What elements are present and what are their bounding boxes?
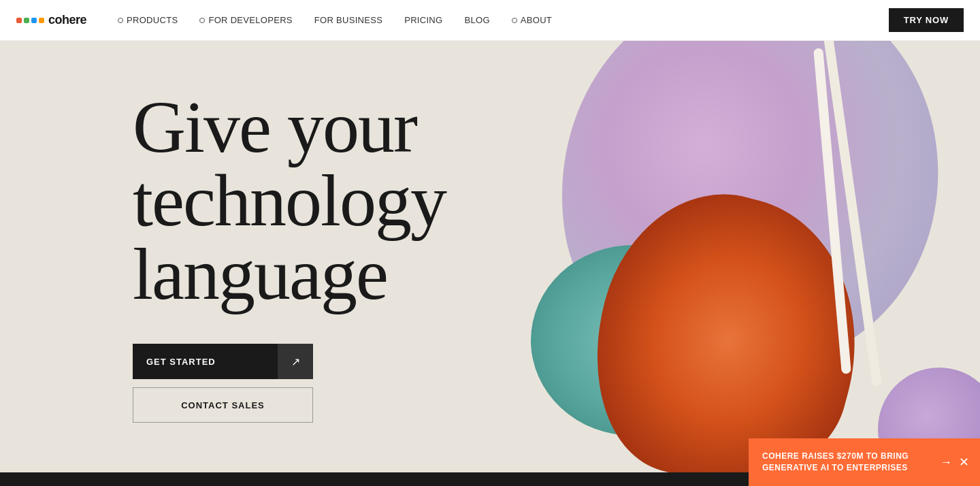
products-dot-icon	[118, 18, 123, 23]
logo-dot-red	[16, 18, 22, 23]
logo-dot-green	[24, 18, 29, 23]
hero-title-line2: technology	[133, 160, 446, 241]
nav-about[interactable]: ABOUT	[502, 11, 561, 29]
hero-content: Give your technology language GET STARTE…	[0, 41, 490, 472]
nav-products[interactable]: PRODUCTS	[108, 11, 187, 29]
hero-title-line1: Give your	[133, 86, 416, 167]
nav-developers[interactable]: FOR DEVELOPERS	[190, 11, 301, 29]
toast-close-icon[interactable]: ✕	[959, 455, 969, 470]
nav-products-label: PRODUCTS	[127, 15, 178, 25]
toast-notification: COHERE RAISES $270M TO BRING GENERATIVE …	[749, 438, 980, 486]
get-started-arrow-icon: ↗	[278, 344, 313, 379]
nav-pricing-label: PRICING	[404, 15, 442, 25]
nav-blog[interactable]: BLOG	[455, 11, 499, 29]
logo-text: cohere	[48, 13, 86, 27]
developers-dot-icon	[199, 18, 205, 23]
about-dot-icon	[512, 18, 517, 23]
nav-pricing[interactable]: PRICING	[395, 11, 452, 29]
logo[interactable]: cohere	[16, 13, 86, 27]
logo-dots	[16, 18, 44, 23]
hero-buttons: GET STARTED ↗ CONTACT SALES	[133, 344, 313, 423]
try-now-button[interactable]: TRY NOW	[889, 8, 964, 32]
logo-dot-orange	[39, 18, 44, 23]
navbar-links: PRODUCTS FOR DEVELOPERS FOR BUSINESS PRI…	[108, 11, 889, 29]
get-started-button[interactable]: GET STARTED ↗	[133, 344, 313, 379]
nav-developers-label: FOR DEVELOPERS	[208, 15, 292, 25]
nav-blog-label: BLOG	[464, 15, 489, 25]
get-started-label: GET STARTED	[133, 357, 278, 367]
navbar: cohere PRODUCTS FOR DEVELOPERS FOR BUSIN…	[0, 0, 980, 41]
nav-about-label: ABOUT	[521, 15, 552, 25]
toast-text: COHERE RAISES $270M TO BRING GENERATIVE …	[762, 451, 933, 474]
hero-title-line3: language	[133, 233, 387, 314]
hero-section: Give your technology language GET STARTE…	[0, 41, 980, 472]
nav-business[interactable]: FOR BUSINESS	[305, 11, 392, 29]
contact-sales-button[interactable]: CONTACT SALES	[133, 387, 313, 423]
logo-dot-blue	[31, 18, 37, 23]
hero-title: Give your technology language	[133, 91, 490, 311]
nav-business-label: FOR BUSINESS	[314, 15, 382, 25]
toast-arrow-icon[interactable]: →	[940, 455, 952, 470]
